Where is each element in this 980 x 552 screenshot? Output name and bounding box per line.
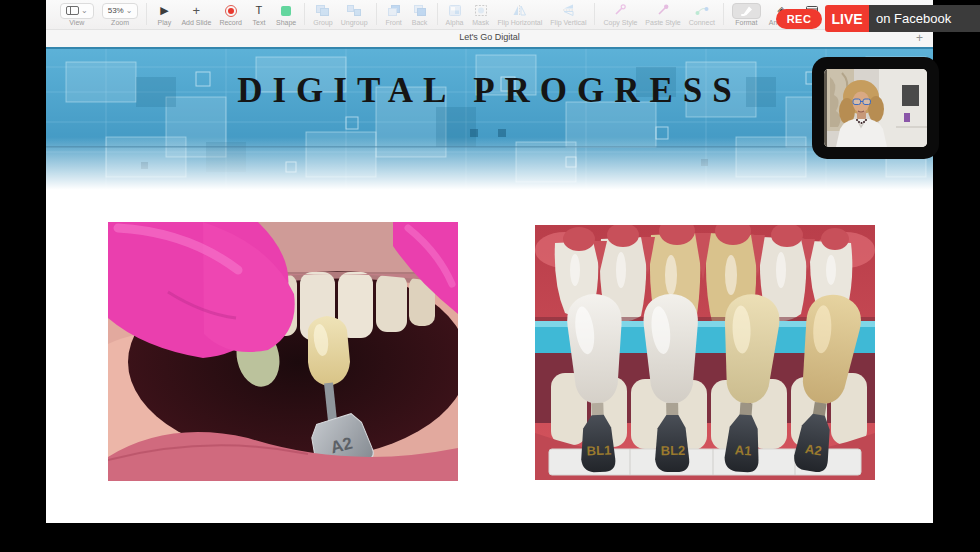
toolbar-button-flip-horizontal[interactable]: Flip Horizontal bbox=[498, 3, 543, 26]
live-badge: LIVE bbox=[825, 5, 869, 32]
toolbar-label: Zoom bbox=[111, 19, 129, 26]
toolbar-label: Mask bbox=[472, 19, 489, 26]
toolbar-separator bbox=[437, 3, 438, 25]
toolbar-label: Front bbox=[385, 19, 401, 26]
slide-title[interactable]: DIGITAL PROGRESS bbox=[46, 71, 933, 111]
toolbar-label: Add Slide bbox=[181, 19, 211, 26]
video-frame: ⌄ View 53% ⌄ Zoom ▶ Play + Add Slide bbox=[0, 0, 980, 552]
webcam-video bbox=[824, 69, 927, 147]
flip-vertical-icon bbox=[563, 2, 574, 20]
toolbar-button-text[interactable]: T Text bbox=[250, 3, 268, 26]
toolbar-button-zoom[interactable]: 53% ⌄ Zoom bbox=[102, 3, 139, 26]
toolbar-separator bbox=[594, 3, 595, 25]
toolbar-label: Alpha bbox=[446, 19, 464, 26]
toolbar-separator bbox=[304, 3, 305, 25]
webcam-overlay bbox=[812, 57, 939, 159]
mask-icon bbox=[475, 2, 487, 20]
toolbar-button-alpha[interactable]: Alpha bbox=[446, 3, 464, 26]
toolbar-button-view[interactable]: ⌄ View bbox=[60, 3, 94, 26]
toolbar-label: Copy Style bbox=[603, 19, 637, 26]
plus-icon: + bbox=[193, 5, 201, 16]
shade-tab-label: A1 bbox=[734, 442, 752, 458]
toolbar-button-front[interactable]: Front bbox=[385, 3, 403, 26]
chevron-down-icon: ⌄ bbox=[126, 8, 133, 14]
toolbar-label: Ungroup bbox=[341, 19, 368, 26]
right-photo-shade-tabs[interactable]: BL1 BL2 A1 bbox=[535, 225, 875, 480]
platform-label: on Facebook bbox=[869, 5, 980, 32]
toolbar-label: Group bbox=[313, 19, 332, 26]
toolbar-button-flip-vertical[interactable]: Flip Vertical bbox=[550, 3, 586, 26]
toolbar-label: Play bbox=[158, 19, 172, 26]
toolbar-label: Record bbox=[219, 19, 242, 26]
circuit-pattern bbox=[46, 47, 933, 199]
zoom-value: 53% bbox=[108, 6, 124, 15]
toolbar-separator bbox=[146, 3, 147, 25]
toolbar-label: Shape bbox=[276, 19, 296, 26]
toolbar-label: Text bbox=[253, 19, 266, 26]
paste-style-icon bbox=[657, 2, 669, 20]
toolbar-label: Paste Style bbox=[645, 19, 680, 26]
toolbar-label: Format bbox=[735, 19, 757, 26]
chevron-down-icon: ⌄ bbox=[81, 8, 88, 14]
left-photo-shade-match[interactable]: A2 bbox=[108, 222, 458, 481]
shade-tab-label: BL1 bbox=[586, 443, 611, 459]
play-icon: ▶ bbox=[160, 5, 168, 16]
toolbar-separator bbox=[723, 3, 724, 25]
copy-style-icon bbox=[614, 2, 626, 20]
bring-front-icon bbox=[388, 2, 400, 20]
toolbar-button-ungroup[interactable]: Ungroup bbox=[341, 3, 368, 26]
shade-tab-label: BL2 bbox=[661, 443, 686, 458]
toolbar-label: Back bbox=[412, 19, 428, 26]
slide-canvas: DIGITAL PROGRESS bbox=[46, 47, 933, 523]
plus-icon[interactable]: + bbox=[916, 31, 923, 45]
toolbar-button-copy-style[interactable]: Copy Style bbox=[603, 3, 637, 26]
toolbar-button-record[interactable]: Record bbox=[219, 3, 242, 26]
toolbar-button-mask[interactable]: Mask bbox=[472, 3, 490, 26]
connect-icon bbox=[695, 2, 709, 20]
toolbar-button-play[interactable]: ▶ Play bbox=[155, 3, 173, 26]
shape-square-icon bbox=[281, 6, 291, 16]
background-frame bbox=[902, 85, 919, 106]
toolbar-button-group[interactable]: Group bbox=[313, 3, 332, 26]
toolbar-button-paste-style[interactable]: Paste Style bbox=[645, 3, 680, 26]
ungroup-icon bbox=[347, 2, 361, 20]
keynote-window: ⌄ View 53% ⌄ Zoom ▶ Play + Add Slide bbox=[46, 0, 933, 523]
send-back-icon bbox=[414, 2, 426, 20]
toolbar-button-back[interactable]: Back bbox=[411, 3, 429, 26]
presenter bbox=[824, 69, 927, 147]
group-icon bbox=[316, 2, 329, 20]
toolbar-label: Flip Horizontal bbox=[498, 19, 543, 26]
alpha-icon bbox=[449, 2, 461, 20]
view-panel-icon: ⌄ bbox=[60, 3, 94, 19]
text-icon: T bbox=[256, 5, 263, 16]
shade-tab-label: A2 bbox=[804, 441, 823, 458]
toolbar-button-format[interactable]: Format bbox=[732, 3, 761, 26]
document-title-bar: Let's Go Digital + bbox=[46, 30, 933, 48]
rec-button[interactable]: REC bbox=[776, 9, 822, 29]
format-brush-icon bbox=[732, 3, 761, 19]
toolbar-label: Connect bbox=[689, 19, 715, 26]
document-title[interactable]: Let's Go Digital bbox=[46, 32, 933, 42]
toolbar-label: View bbox=[69, 19, 84, 26]
toolbar-button-add-slide[interactable]: + Add Slide bbox=[181, 3, 211, 26]
toolbar-button-connect[interactable]: Connect bbox=[689, 3, 715, 26]
toolbar-separator bbox=[376, 3, 377, 25]
record-dot-icon bbox=[225, 5, 237, 17]
toolbar-button-shape[interactable]: Shape bbox=[276, 3, 296, 26]
slide-banner: DIGITAL PROGRESS bbox=[46, 47, 933, 199]
toolbar-label: Flip Vertical bbox=[550, 19, 586, 26]
flip-horizontal-icon bbox=[513, 2, 526, 20]
